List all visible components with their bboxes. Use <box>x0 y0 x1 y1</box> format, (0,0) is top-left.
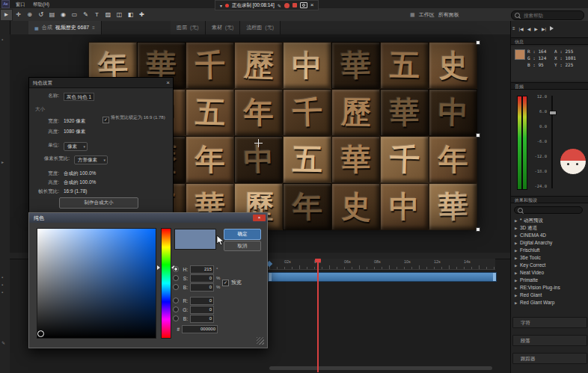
saturation-field-radio[interactable] <box>173 275 179 281</box>
effects-category[interactable]: ▶Primatte <box>511 277 588 284</box>
layer-duration-bar[interactable] <box>268 272 497 282</box>
help-search-box[interactable] <box>511 10 584 20</box>
timeline-audio-icon[interactable]: ▪ <box>1 283 3 287</box>
help-search-input[interactable] <box>522 12 573 19</box>
effects-category[interactable]: ▶3D 通道 <box>511 224 588 232</box>
preview-checkbox[interactable]: ✓ <box>222 280 229 286</box>
hue-field-radio[interactable] <box>173 266 179 272</box>
tab-图层[interactable]: 图层(无) <box>171 21 206 34</box>
hand-tool[interactable]: ✛ <box>13 9 24 21</box>
effects-category[interactable]: ▶Red Giant Warp <box>511 299 588 306</box>
clone-stamp-tool[interactable]: ◫ <box>114 9 125 21</box>
selection-tool[interactable]: ► <box>0 9 13 21</box>
hue-field-input[interactable]: 215 <box>190 265 214 274</box>
effects-category[interactable]: ▶Key Correct <box>511 262 588 269</box>
effects-search-box[interactable] <box>514 206 583 214</box>
pen-tool[interactable]: ✎ <box>80 9 91 21</box>
audio-level-knob[interactable] <box>549 111 557 115</box>
tab-composition[interactable]: ▦ 合成 视频歷史 6687 ≡ <box>28 21 102 34</box>
lock-aspect-checkbox[interactable]: ✓ <box>102 117 109 123</box>
menu-item[interactable]: 帮助(H) <box>29 1 53 7</box>
effects-category[interactable]: ▶RE:Vision Plug-ins <box>511 284 588 292</box>
collapse-arrow-icon[interactable]: ▸ <box>1 159 4 164</box>
stop-recording-button[interactable] <box>293 3 297 7</box>
next-frame-button[interactable]: ▶| <box>542 26 546 31</box>
shape-tool[interactable]: ▭ <box>69 9 80 21</box>
timeline-scrollbar[interactable] <box>269 366 492 370</box>
make-comp-size-button[interactable]: 制作合成大小 <box>59 197 138 209</box>
previous-frame-button[interactable]: ◀ <box>527 26 531 31</box>
eraser-tool[interactable]: ◧ <box>125 9 136 21</box>
workspace-value[interactable]: 所有面板 <box>438 11 459 19</box>
blue-field-input[interactable]: 0 <box>190 315 214 323</box>
tab-effects-presets[interactable]: 效果和预设 <box>511 196 588 203</box>
timeline-lock-icon[interactable]: ▪ <box>1 290 3 295</box>
puppet-pin-tool[interactable]: ✚ <box>136 9 147 21</box>
effects-category[interactable]: ▶Frischluft <box>511 247 588 254</box>
effects-category[interactable]: ▶Neat Video <box>511 269 588 277</box>
tab-素材[interactable]: 素材(无) <box>206 21 241 34</box>
tab-audio[interactable]: 音频 <box>511 82 588 90</box>
tab-流程图[interactable]: 流程图(无) <box>240 21 281 34</box>
effects-category[interactable]: ▶*动画预设 <box>511 217 588 224</box>
pencil-icon[interactable]: ✎ <box>1 340 5 345</box>
brush-tool[interactable]: ▨ <box>102 9 114 21</box>
audio-level-slider[interactable] <box>551 96 553 188</box>
type-tool[interactable]: T <box>91 9 102 21</box>
pencil-icon[interactable]: ✎ <box>278 3 281 8</box>
workspace-switcher[interactable]: ▦ 工作区 所有面板 <box>410 8 459 21</box>
effects-search-input[interactable] <box>525 207 581 214</box>
effects-category[interactable]: ▶Red Giant <box>511 292 588 299</box>
layer-handle[interactable] <box>476 227 480 232</box>
zoom-tool[interactable]: ⊕ <box>24 9 35 21</box>
dialog-title-bar[interactable]: 纯色设置 × <box>29 78 173 88</box>
rotation-tool[interactable]: ↺ <box>35 9 46 21</box>
panel-tab-跟踪器[interactable]: 跟踪器 <box>512 353 587 364</box>
color-field-cursor[interactable] <box>37 330 44 337</box>
tab-info[interactable]: 信息 <box>511 37 588 45</box>
hex-input[interactable]: 000000 <box>182 325 218 333</box>
time-ruler[interactable]: 02s04s06s08s10s12s14s <box>268 259 495 270</box>
name-input[interactable]: 灰色 纯色 1 <box>64 93 94 101</box>
play-button[interactable]: ▶ <box>534 26 538 31</box>
close-recorder-button[interactable]: × <box>310 2 314 8</box>
green-field-input[interactable]: 0 <box>190 306 214 314</box>
audio-mute-icon[interactable] <box>550 26 556 31</box>
width-value[interactable]: 1920 像素 <box>64 118 85 125</box>
panel-tab-段落[interactable]: 段落 <box>512 335 587 346</box>
blue-field-radio[interactable] <box>173 315 179 321</box>
camera-button[interactable] <box>300 2 307 8</box>
current-time-indicator[interactable] <box>317 259 319 372</box>
panel-menu-icon[interactable]: ≡ <box>92 25 95 30</box>
menu-item[interactable]: 窗口 <box>12 1 29 7</box>
effects-category[interactable]: ▶36e Toolc <box>511 254 588 262</box>
panel-tab-字符[interactable]: 字符 <box>512 317 587 328</box>
timeline-av-icon[interactable]: ▪ <box>1 275 3 280</box>
effects-category[interactable]: ▶Digital Anarchy <box>511 239 588 247</box>
effects-category[interactable]: ▶CINEMA 4D <box>511 232 588 239</box>
green-field-radio[interactable] <box>173 306 179 312</box>
dock-icon[interactable]: ▪ <box>1 37 3 42</box>
units-dropdown[interactable]: 像素 <box>64 142 88 151</box>
panel-menu-icon[interactable]: ≡ <box>512 26 515 31</box>
layer-anchor-point[interactable] <box>254 139 263 147</box>
red-field-radio[interactable] <box>173 298 179 303</box>
saturation-field-input[interactable]: 0 <box>190 274 214 283</box>
pixel-aspect-dropdown[interactable]: 方形像素 <box>74 155 108 164</box>
brightness-field-input[interactable]: 0 <box>190 283 214 292</box>
pause-recording-button[interactable] <box>284 3 290 8</box>
layer-handle[interactable] <box>476 40 480 45</box>
resize-grip[interactable] <box>257 337 264 345</box>
first-frame-button[interactable]: |◀ <box>519 26 524 31</box>
layer-handle[interactable] <box>476 133 480 138</box>
chevron-down-icon[interactable]: ▾ <box>220 3 222 8</box>
brightness-field-radio[interactable] <box>173 284 179 290</box>
height-value[interactable]: 1080 像素 <box>64 129 85 135</box>
unified-camera-tool[interactable]: ▤ <box>46 9 58 21</box>
pan-behind-tool[interactable]: ◉ <box>58 9 69 21</box>
preview-checkbox-row[interactable]: ✓ 预览 <box>222 279 242 286</box>
expand-arrow-icon[interactable]: ▶ <box>515 300 520 307</box>
ruler-label: 14s <box>464 259 471 264</box>
close-icon[interactable]: × <box>166 78 170 87</box>
red-field-input[interactable]: 0 <box>190 297 214 305</box>
